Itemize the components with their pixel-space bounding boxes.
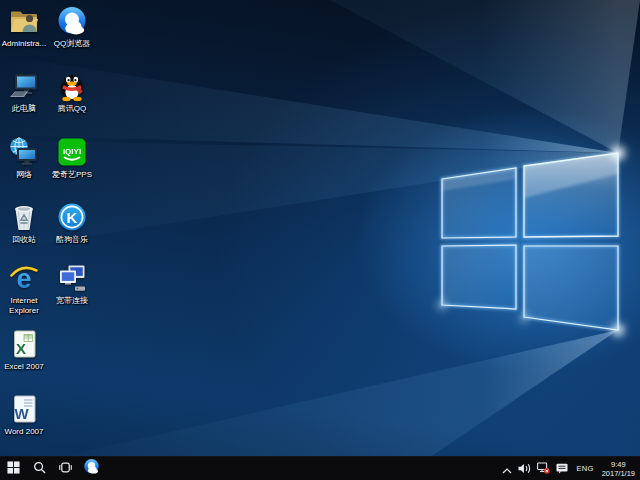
internet-explorer-icon: e bbox=[8, 262, 40, 294]
iqiyi-wordmark: iQIYI bbox=[63, 147, 81, 156]
qq-browser-icon bbox=[83, 458, 100, 479]
broadband-connection-icon bbox=[56, 262, 88, 294]
desktop-icon-label: 宽带连接 bbox=[56, 296, 88, 306]
desktop-icon-label: Excel 2007 bbox=[4, 362, 44, 372]
ime-button[interactable] bbox=[553, 457, 571, 480]
desktop-icon-excel-2007[interactable]: X Excel 2007 bbox=[0, 328, 48, 372]
search-button[interactable] bbox=[26, 457, 52, 480]
kugou-k-glyph: K bbox=[67, 209, 78, 226]
taskbar-clock[interactable]: 9:49 2017/1/19 bbox=[599, 460, 640, 478]
desktop-icon-qq-browser[interactable]: QQ浏览器 bbox=[48, 5, 96, 49]
network-icon bbox=[8, 136, 40, 168]
taskbar-left-group bbox=[0, 457, 104, 480]
desktop-icon-label: QQ浏览器 bbox=[54, 39, 90, 49]
tencent-qq-icon bbox=[56, 70, 88, 102]
volume-button[interactable] bbox=[515, 457, 534, 480]
word-w-glyph: W bbox=[14, 405, 29, 422]
desktop-icon-label: 网络 bbox=[16, 170, 32, 180]
recycle-bin-icon bbox=[8, 201, 40, 233]
clock-time: 9:49 bbox=[602, 460, 635, 469]
chevron-up-icon bbox=[502, 460, 512, 478]
speaker-icon bbox=[518, 460, 531, 478]
windows-start-icon bbox=[7, 460, 20, 478]
desktop-icon-kugou-music[interactable]: K 酷狗音乐 bbox=[48, 201, 96, 245]
clock-date: 2017/1/19 bbox=[602, 469, 635, 478]
this-pc-icon bbox=[8, 70, 40, 102]
desktop-icon-network[interactable]: 网络 bbox=[0, 136, 48, 180]
network-status-button[interactable] bbox=[534, 457, 553, 480]
desktop-icon-label: 爱奇艺PPS bbox=[52, 170, 92, 180]
desktop-icon-internet-explorer[interactable]: e Internet Explorer bbox=[0, 262, 48, 315]
user-folder-icon bbox=[8, 5, 40, 37]
task-view-icon bbox=[59, 460, 72, 478]
desktop-icon-label: 酷狗音乐 bbox=[56, 235, 88, 245]
language-indicator[interactable]: ENG bbox=[571, 464, 598, 473]
desktop-icon-recycle-bin[interactable]: 回收站 bbox=[0, 201, 48, 245]
desktop-icon-iqiyi-pps[interactable]: iQIYI 爱奇艺PPS bbox=[48, 136, 96, 180]
taskbar: ENG 9:49 2017/1/19 bbox=[0, 456, 640, 480]
excel-2007-icon: X bbox=[8, 328, 40, 360]
qq-browser-icon bbox=[56, 5, 88, 37]
windows-logo bbox=[0, 0, 640, 480]
search-icon bbox=[33, 460, 46, 478]
desktop-icon-broadband-connection[interactable]: 宽带连接 bbox=[48, 262, 96, 306]
iqiyi-pps-icon: iQIYI bbox=[56, 136, 88, 168]
desktop-icon-label: 回收站 bbox=[12, 235, 36, 245]
message-ime-icon bbox=[556, 460, 568, 478]
task-view-button[interactable] bbox=[52, 457, 78, 480]
hidden-icons-button[interactable] bbox=[499, 457, 515, 480]
system-tray: ENG 9:49 2017/1/19 bbox=[499, 457, 640, 480]
desktop-icon-label: Internet Explorer bbox=[0, 296, 48, 315]
desktop-icon-administrator[interactable]: Administra... bbox=[0, 5, 48, 49]
taskbar-item-qq-browser[interactable] bbox=[78, 457, 104, 480]
excel-x-glyph: X bbox=[16, 340, 26, 357]
desktop-icon-tencent-qq[interactable]: 腾讯QQ bbox=[48, 70, 96, 114]
desktop-icon-label: Administra... bbox=[2, 39, 46, 49]
word-2007-icon: W bbox=[8, 393, 40, 425]
start-button[interactable] bbox=[0, 457, 26, 480]
desktop-icon-label: 腾讯QQ bbox=[58, 104, 86, 114]
network-disconnected-icon bbox=[537, 460, 550, 478]
wallpaper bbox=[0, 0, 640, 480]
kugou-music-icon: K bbox=[56, 201, 88, 233]
desktop-icon-label: Word 2007 bbox=[5, 427, 44, 437]
desktop-icon-label: 此电脑 bbox=[12, 104, 36, 114]
desktop-icon-this-pc[interactable]: 此电脑 bbox=[0, 70, 48, 114]
desktop[interactable]: Administra... QQ浏览器 bbox=[0, 0, 640, 480]
desktop-icon-word-2007[interactable]: W Word 2007 bbox=[0, 393, 48, 437]
